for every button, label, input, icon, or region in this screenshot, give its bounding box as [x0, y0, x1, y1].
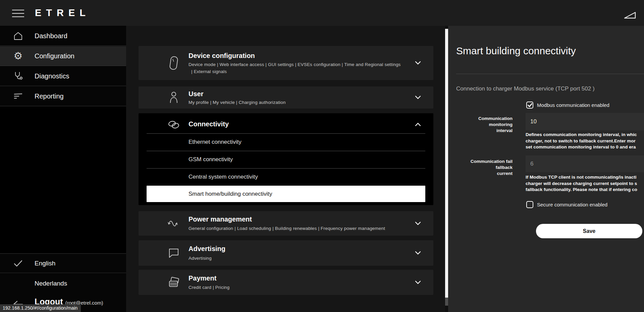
sidebar-item-label: Configuration: [35, 52, 74, 60]
credit-card-icon: [167, 275, 180, 290]
sidebar: Dashboard ⚙ Configuration Diagnostics: [0, 26, 126, 312]
connectivity-item-label: Ethernet connectivity: [189, 139, 241, 145]
section-title: User: [189, 90, 203, 98]
sidebar-item-label: Reporting: [35, 92, 64, 100]
section-subtitle: Device mode | Web interface access | GUI…: [189, 62, 401, 67]
section-advertising[interactable]: Advertising Advertising: [139, 240, 433, 266]
checkbox-label: Secure communication enabled: [537, 202, 607, 207]
check-icon: [12, 257, 24, 269]
section-subtitle: | External signals: [191, 69, 227, 74]
modbus-enabled-checkbox[interactable]: Modbus communication enabled: [526, 102, 609, 109]
monitoring-interval-description: Defines communication monitoring interva…: [526, 132, 644, 150]
section-user[interactable]: User My profile | My vehicle | Charging …: [139, 86, 433, 109]
sidebar-item-label: Diagnostics: [35, 72, 69, 80]
panel-subtitle: Connection to charger Modbus service (TC…: [456, 85, 595, 92]
link-icon: [167, 117, 180, 132]
save-button[interactable]: Save: [536, 224, 642, 238]
connectivity-item-ethernet[interactable]: Ethernet connectivity: [147, 133, 425, 150]
configuration-list: Device configuration Device mode | Web i…: [126, 26, 445, 312]
sidebar-item-label: Dashboard: [35, 32, 67, 40]
connectivity-item-label: Smart home/building connectivity: [189, 191, 272, 197]
section-title: Device configuration: [189, 52, 255, 60]
fallback-current-description: If Modbus TCP client is not communicatin…: [526, 174, 644, 193]
sidebar-item-diagnostics[interactable]: Diagnostics: [0, 66, 126, 86]
section-device-configuration[interactable]: Device configuration Device mode | Web i…: [139, 46, 433, 80]
checkbox-checked-icon[interactable]: [526, 102, 533, 109]
chevron-down-icon[interactable]: [415, 280, 421, 285]
section-payment[interactable]: Payment Credit card | Pricing: [139, 270, 433, 295]
language-label: Nederlands: [35, 280, 67, 287]
language-item-english[interactable]: English: [0, 253, 126, 273]
connectivity-item-central-system[interactable]: Central system connectivity: [147, 168, 425, 185]
section-subtitle: Advertising: [189, 256, 212, 261]
checkbox-unchecked-icon[interactable]: [526, 201, 533, 208]
stethoscope-icon: [12, 70, 24, 82]
fallback-current-input[interactable]: [526, 155, 644, 172]
section-connectivity[interactable]: Connectivity Ethernet connectivity GSM c…: [139, 113, 433, 205]
user-icon: [167, 90, 180, 105]
section-power-management[interactable]: Power management General configuration |…: [139, 211, 433, 236]
top-bar: ETREL: [0, 0, 644, 26]
hamburger-menu-icon[interactable]: [12, 10, 24, 17]
device-icon: [167, 55, 180, 71]
app-window: ETREL Dashboard ⚙ Configuration: [0, 0, 644, 312]
fallback-current-label: Communication fail fallback current: [456, 159, 513, 177]
chevron-down-icon[interactable]: [415, 61, 421, 65]
signal-triangle-icon[interactable]: [623, 10, 637, 20]
connectivity-item-label: Central system connectivity: [189, 174, 258, 180]
panel-title: Smart building connectivity: [456, 45, 576, 57]
chevron-up-icon[interactable]: [415, 122, 421, 126]
divider: [456, 74, 644, 74]
chevron-down-icon[interactable]: [415, 96, 421, 100]
sidebar-item-configuration[interactable]: ⚙ Configuration: [0, 46, 126, 66]
scrollbar-track[interactable]: [445, 298, 448, 306]
sidebar-item-reporting[interactable]: Reporting: [0, 86, 126, 106]
section-subtitle: General configuration | Load scheduling …: [189, 226, 385, 231]
vertical-scrollbar[interactable]: [445, 26, 448, 312]
section-title: Power management: [189, 215, 252, 223]
scrollbar-thumb[interactable]: [445, 29, 448, 298]
connectivity-item-smart-building[interactable]: Smart home/building connectivity: [147, 186, 425, 202]
status-url: 192.168.1.250/#!/configuration/main: [0, 304, 81, 312]
speech-bubble-icon: [167, 245, 180, 261]
section-title: Connectivity: [189, 120, 229, 128]
section-title: Advertising: [189, 245, 225, 253]
connectivity-item-gsm[interactable]: GSM connectivity: [147, 151, 425, 168]
connectivity-item-label: GSM connectivity: [189, 156, 233, 163]
section-title: Payment: [189, 274, 216, 282]
chevron-down-icon[interactable]: [415, 222, 421, 226]
secure-communication-checkbox[interactable]: Secure communication enabled: [526, 201, 607, 208]
language-label: English: [35, 260, 55, 267]
home-icon: [12, 30, 24, 42]
section-subtitle: Credit card | Pricing: [189, 285, 230, 290]
etrel-logo: ETREL: [35, 7, 90, 18]
power-wave-icon: [167, 216, 180, 231]
sidebar-item-dashboard[interactable]: Dashboard: [0, 26, 126, 46]
language-item-nederlands[interactable]: Nederlands: [0, 274, 126, 294]
section-subtitle: My profile | My vehicle | Charging autho…: [189, 100, 286, 105]
gear-icon: ⚙: [12, 50, 24, 62]
detail-panel: Smart building connectivity Connection t…: [448, 26, 644, 312]
monitoring-interval-input[interactable]: [526, 113, 644, 130]
report-lines-icon: [12, 90, 24, 102]
checkbox-label: Modbus communication enabled: [537, 102, 609, 108]
chevron-down-icon[interactable]: [415, 251, 421, 255]
monitoring-interval-label: Communication monitoring interval: [456, 116, 513, 134]
